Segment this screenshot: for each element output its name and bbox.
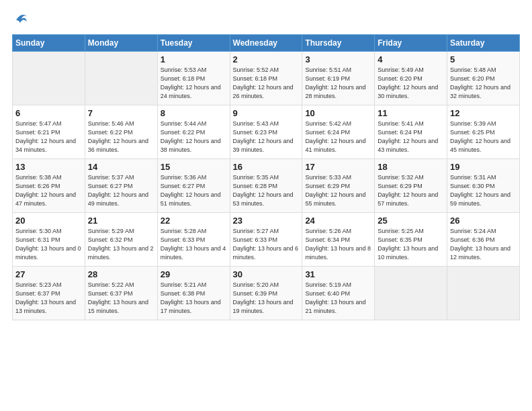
day-number: 20 xyxy=(15,216,82,226)
day-number: 26 xyxy=(450,216,517,226)
calendar-table: SundayMondayTuesdayWednesdayThursdayFrid… xyxy=(12,34,520,320)
day-number: 9 xyxy=(233,108,300,118)
calendar-day-4: 4Sunrise: 5:49 AM Sunset: 6:20 PM Daylig… xyxy=(375,52,447,105)
day-info: Sunrise: 5:25 AM Sunset: 6:35 PM Dayligh… xyxy=(378,227,444,262)
calendar-week-row: 1Sunrise: 5:53 AM Sunset: 6:18 PM Daylig… xyxy=(13,52,520,105)
calendar-week-row: 13Sunrise: 5:38 AM Sunset: 6:26 PM Dayli… xyxy=(13,159,520,213)
calendar-day-23: 23Sunrise: 5:27 AM Sunset: 6:33 PM Dayli… xyxy=(230,213,302,267)
day-info: Sunrise: 5:27 AM Sunset: 6:33 PM Dayligh… xyxy=(233,227,300,262)
day-info: Sunrise: 5:29 AM Sunset: 6:32 PM Dayligh… xyxy=(88,227,154,262)
day-info: Sunrise: 5:48 AM Sunset: 6:20 PM Dayligh… xyxy=(450,66,517,101)
calendar-day-7: 7Sunrise: 5:46 AM Sunset: 6:22 PM Daylig… xyxy=(85,105,157,159)
calendar-day-9: 9Sunrise: 5:43 AM Sunset: 6:23 PM Daylig… xyxy=(230,105,302,159)
day-info: Sunrise: 5:35 AM Sunset: 6:28 PM Dayligh… xyxy=(233,173,300,208)
day-info: Sunrise: 5:33 AM Sunset: 6:29 PM Dayligh… xyxy=(305,173,371,208)
calendar-day-26: 26Sunrise: 5:24 AM Sunset: 6:36 PM Dayli… xyxy=(447,213,520,267)
calendar-day-29: 29Sunrise: 5:21 AM Sunset: 6:38 PM Dayli… xyxy=(157,267,230,320)
calendar-header-wednesday: Wednesday xyxy=(230,35,302,52)
calendar-day-13: 13Sunrise: 5:38 AM Sunset: 6:26 PM Dayli… xyxy=(13,159,85,213)
calendar-week-row: 27Sunrise: 5:23 AM Sunset: 6:37 PM Dayli… xyxy=(13,267,520,320)
day-number: 28 xyxy=(88,269,154,279)
day-number: 16 xyxy=(233,162,300,172)
day-info: Sunrise: 5:28 AM Sunset: 6:33 PM Dayligh… xyxy=(161,227,227,262)
day-info: Sunrise: 5:20 AM Sunset: 6:39 PM Dayligh… xyxy=(233,281,300,316)
calendar-day-21: 21Sunrise: 5:29 AM Sunset: 6:32 PM Dayli… xyxy=(85,213,157,267)
calendar-empty-cell xyxy=(375,267,447,320)
day-info: Sunrise: 5:21 AM Sunset: 6:38 PM Dayligh… xyxy=(161,281,227,316)
calendar-day-16: 16Sunrise: 5:35 AM Sunset: 6:28 PM Dayli… xyxy=(230,159,302,213)
calendar-day-22: 22Sunrise: 5:28 AM Sunset: 6:33 PM Dayli… xyxy=(157,213,230,267)
calendar-header-sunday: Sunday xyxy=(13,35,85,52)
calendar-day-18: 18Sunrise: 5:32 AM Sunset: 6:29 PM Dayli… xyxy=(375,159,447,213)
logo xyxy=(12,11,28,29)
day-info: Sunrise: 5:43 AM Sunset: 6:23 PM Dayligh… xyxy=(233,120,300,154)
day-number: 18 xyxy=(378,162,444,172)
day-number: 19 xyxy=(450,162,517,172)
day-number: 3 xyxy=(305,54,371,64)
day-number: 11 xyxy=(378,108,444,118)
day-number: 22 xyxy=(161,216,227,226)
day-number: 15 xyxy=(161,162,227,172)
calendar-day-3: 3Sunrise: 5:51 AM Sunset: 6:19 PM Daylig… xyxy=(302,52,375,105)
day-number: 5 xyxy=(450,54,517,64)
day-number: 1 xyxy=(161,54,227,64)
logo-icon xyxy=(13,11,28,26)
day-number: 10 xyxy=(305,108,371,118)
day-info: Sunrise: 5:31 AM Sunset: 6:30 PM Dayligh… xyxy=(450,173,517,208)
day-info: Sunrise: 5:30 AM Sunset: 6:31 PM Dayligh… xyxy=(15,227,82,262)
day-info: Sunrise: 5:42 AM Sunset: 6:24 PM Dayligh… xyxy=(305,120,371,154)
calendar-empty-cell xyxy=(447,267,520,320)
day-number: 7 xyxy=(88,108,154,118)
day-info: Sunrise: 5:41 AM Sunset: 6:24 PM Dayligh… xyxy=(378,120,444,154)
day-info: Sunrise: 5:22 AM Sunset: 6:37 PM Dayligh… xyxy=(88,281,154,316)
calendar-header-monday: Monday xyxy=(85,35,157,52)
day-number: 24 xyxy=(305,216,371,226)
calendar-header-thursday: Thursday xyxy=(302,35,375,52)
calendar-week-row: 20Sunrise: 5:30 AM Sunset: 6:31 PM Dayli… xyxy=(13,213,520,267)
day-number: 17 xyxy=(305,162,371,172)
calendar-day-1: 1Sunrise: 5:53 AM Sunset: 6:18 PM Daylig… xyxy=(157,52,230,105)
day-number: 21 xyxy=(88,216,154,226)
calendar-week-row: 6Sunrise: 5:47 AM Sunset: 6:21 PM Daylig… xyxy=(13,105,520,159)
calendar-day-14: 14Sunrise: 5:37 AM Sunset: 6:27 PM Dayli… xyxy=(85,159,157,213)
day-number: 27 xyxy=(15,269,82,279)
day-number: 31 xyxy=(305,269,371,279)
calendar-header-friday: Friday xyxy=(375,35,447,52)
calendar-day-12: 12Sunrise: 5:39 AM Sunset: 6:25 PM Dayli… xyxy=(447,105,520,159)
day-number: 2 xyxy=(233,54,300,64)
day-info: Sunrise: 5:26 AM Sunset: 6:34 PM Dayligh… xyxy=(305,227,371,262)
day-number: 8 xyxy=(161,108,227,118)
calendar-empty-cell xyxy=(85,52,157,105)
calendar-day-10: 10Sunrise: 5:42 AM Sunset: 6:24 PM Dayli… xyxy=(302,105,375,159)
logo-text xyxy=(12,11,28,29)
header xyxy=(12,11,520,29)
day-number: 25 xyxy=(378,216,444,226)
day-number: 14 xyxy=(88,162,154,172)
calendar-day-27: 27Sunrise: 5:23 AM Sunset: 6:37 PM Dayli… xyxy=(13,267,85,320)
day-number: 12 xyxy=(450,108,517,118)
day-info: Sunrise: 5:51 AM Sunset: 6:19 PM Dayligh… xyxy=(305,66,371,101)
day-number: 4 xyxy=(378,54,444,64)
calendar-header-saturday: Saturday xyxy=(447,35,520,52)
calendar-day-5: 5Sunrise: 5:48 AM Sunset: 6:20 PM Daylig… xyxy=(447,52,520,105)
calendar-day-20: 20Sunrise: 5:30 AM Sunset: 6:31 PM Dayli… xyxy=(13,213,85,267)
day-info: Sunrise: 5:52 AM Sunset: 6:18 PM Dayligh… xyxy=(233,66,300,101)
day-info: Sunrise: 5:24 AM Sunset: 6:36 PM Dayligh… xyxy=(450,227,517,262)
calendar-header-row: SundayMondayTuesdayWednesdayThursdayFrid… xyxy=(13,35,520,52)
calendar-day-11: 11Sunrise: 5:41 AM Sunset: 6:24 PM Dayli… xyxy=(375,105,447,159)
day-info: Sunrise: 5:36 AM Sunset: 6:27 PM Dayligh… xyxy=(161,173,227,208)
day-number: 6 xyxy=(15,108,82,118)
calendar-day-2: 2Sunrise: 5:52 AM Sunset: 6:18 PM Daylig… xyxy=(230,52,302,105)
calendar-page: SundayMondayTuesdayWednesdayThursdayFrid… xyxy=(0,0,532,411)
calendar-day-30: 30Sunrise: 5:20 AM Sunset: 6:39 PM Dayli… xyxy=(230,267,302,320)
day-info: Sunrise: 5:46 AM Sunset: 6:22 PM Dayligh… xyxy=(88,120,154,154)
day-info: Sunrise: 5:49 AM Sunset: 6:20 PM Dayligh… xyxy=(378,66,444,101)
calendar-day-31: 31Sunrise: 5:19 AM Sunset: 6:40 PM Dayli… xyxy=(302,267,375,320)
day-info: Sunrise: 5:53 AM Sunset: 6:18 PM Dayligh… xyxy=(161,66,227,101)
day-number: 13 xyxy=(15,162,82,172)
calendar-day-28: 28Sunrise: 5:22 AM Sunset: 6:37 PM Dayli… xyxy=(85,267,157,320)
day-info: Sunrise: 5:47 AM Sunset: 6:21 PM Dayligh… xyxy=(15,120,82,154)
calendar-day-17: 17Sunrise: 5:33 AM Sunset: 6:29 PM Dayli… xyxy=(302,159,375,213)
day-info: Sunrise: 5:19 AM Sunset: 6:40 PM Dayligh… xyxy=(305,281,371,316)
day-info: Sunrise: 5:38 AM Sunset: 6:26 PM Dayligh… xyxy=(15,173,82,208)
